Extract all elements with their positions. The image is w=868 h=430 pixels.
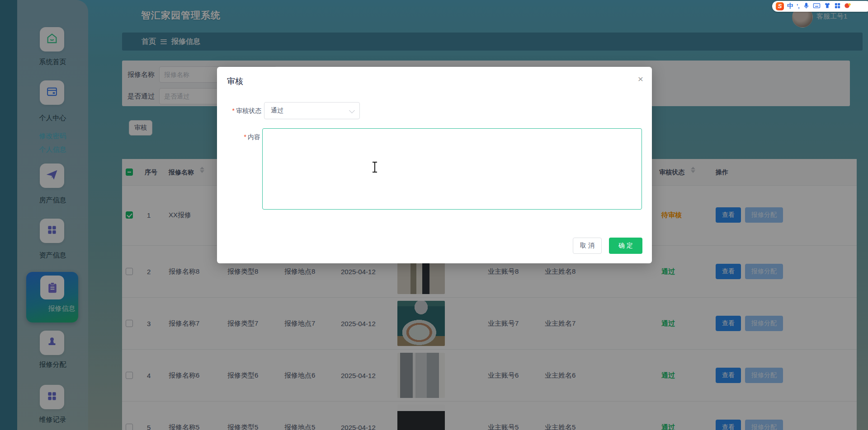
app-screen: 系统首页 个人中心 修改密码 个人信息 房产信息 资产信息 报修信息 报修分配 … xyxy=(0,0,868,430)
content-textarea[interactable] xyxy=(262,128,642,210)
modal-title: 审核 xyxy=(227,76,243,87)
keyboard-icon[interactable] xyxy=(813,2,821,11)
audit-modal: 审核 × *审核状态 通过 *内容 取 消 确 定 xyxy=(217,67,652,263)
ime-extra-icon[interactable] xyxy=(844,2,851,11)
skin-icon[interactable] xyxy=(824,2,831,11)
content-label: *内容 xyxy=(237,133,260,141)
audit-status-label: *审核状态 xyxy=(226,107,261,115)
required-mark: * xyxy=(244,133,246,140)
ime-punctuation-icon[interactable]: ’, xyxy=(797,3,800,9)
ime-toolbar: S 中 ’, xyxy=(772,1,868,12)
audit-status-select[interactable]: 通过 xyxy=(264,102,360,119)
confirm-button[interactable]: 确 定 xyxy=(609,238,642,254)
ime-logo-icon[interactable]: S xyxy=(776,2,784,10)
toolbox-icon[interactable] xyxy=(834,2,841,11)
ime-language-icon[interactable]: 中 xyxy=(787,2,793,10)
audit-status-value: 通过 xyxy=(271,107,283,115)
chevron-down-icon xyxy=(349,108,355,113)
cancel-button[interactable]: 取 消 xyxy=(573,238,602,254)
close-icon[interactable]: × xyxy=(634,72,647,86)
required-mark: * xyxy=(232,107,235,114)
microphone-icon[interactable] xyxy=(803,2,810,11)
